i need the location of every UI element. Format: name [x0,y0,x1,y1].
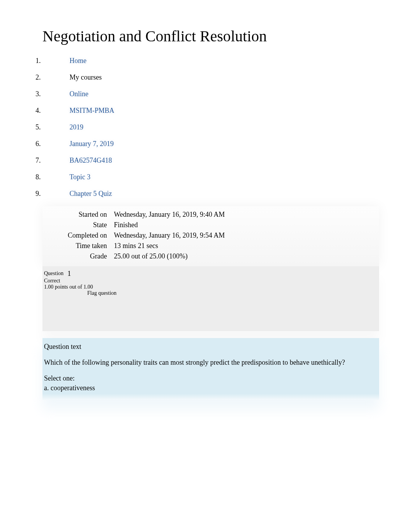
question-status: Correct [44,278,379,284]
select-one-label: Select one: [44,374,378,382]
breadcrumb-text-my-courses: My courses [69,73,102,81]
option-a-text: cooperativeness [51,384,95,392]
flag-question-link[interactable]: Flag question [44,290,379,296]
breadcrumb-link-2019[interactable]: 2019 [69,123,83,131]
question-info-block: Question 1 Correct 1.00 points out of 1.… [42,266,379,331]
summary-label-state: State [42,220,114,230]
breadcrumb-item-topic-3: Topic 3 [42,173,379,181]
breadcrumb: Home My courses Online MSITM-PMBA 2019 J… [42,57,379,198]
summary-value-time-taken: 13 mins 21 secs [114,241,379,251]
page-title: Negotiation and Conflict Resolution [42,27,379,45]
breadcrumb-link-home[interactable]: Home [69,57,86,65]
question-text-heading: Question text [44,343,378,351]
summary-label-time-taken: Time taken [42,241,114,251]
question-content: Question text Which of the following per… [42,338,379,400]
breadcrumb-item-msitm-pmba: MSITM-PMBA [42,107,379,115]
breadcrumb-link-january[interactable]: January 7, 2019 [69,140,114,148]
breadcrumb-item-chapter-5-quiz: Chapter 5 Quiz [42,190,379,198]
summary-value-started-on: Wednesday, January 16, 2019, 9:40 AM [114,209,379,220]
question-text-body: Which of the following personality trait… [44,358,378,367]
summary-row-started-on: Started on Wednesday, January 16, 2019, … [42,209,379,220]
breadcrumb-link-ba62574g418[interactable]: BA62574G418 [69,156,112,164]
question-number-line: Question 1 [44,269,379,278]
summary-value-state: Finished [114,220,379,230]
option-a-letter: a. [44,384,49,392]
summary-row-state: State Finished [42,220,379,230]
summary-row-grade: Grade 25.00 out of 25.00 (100%) [42,251,379,262]
summary-row-time-taken: Time taken 13 mins 21 secs [42,241,379,251]
breadcrumb-item-ba62574g418: BA62574G418 [42,156,379,165]
summary-value-completed-on: Wednesday, January 16, 2019, 9:54 AM [114,230,379,241]
option-a[interactable]: a. cooperativeness [44,384,378,392]
breadcrumb-item-my-courses: My courses [42,73,379,82]
summary-label-started-on: Started on [42,209,114,220]
breadcrumb-item-home: Home [42,57,379,65]
breadcrumb-link-chapter-5-quiz[interactable]: Chapter 5 Quiz [69,190,112,197]
summary-row-completed-on: Completed on Wednesday, January 16, 2019… [42,230,379,241]
breadcrumb-item-january-7-2019: January 7, 2019 [42,140,379,148]
attempt-summary: Started on Wednesday, January 16, 2019, … [42,206,379,266]
question-header: Question 1 Correct 1.00 points out of 1.… [42,269,379,296]
breadcrumb-link-topic-3[interactable]: Topic 3 [69,173,90,181]
breadcrumb-item-online: Online [42,90,379,98]
breadcrumb-link-msitm-pmba[interactable]: MSITM-PMBA [69,107,114,114]
breadcrumb-item-2019: 2019 [42,123,379,131]
question-label: Question [44,270,64,277]
question-points: 1.00 points out of 1.00 [44,284,379,290]
summary-label-grade: Grade [42,251,114,262]
summary-label-completed-on: Completed on [42,230,114,241]
summary-value-grade: 25.00 out of 25.00 (100%) [114,251,379,262]
question-number: 1 [68,269,71,278]
breadcrumb-link-online[interactable]: Online [69,90,88,98]
